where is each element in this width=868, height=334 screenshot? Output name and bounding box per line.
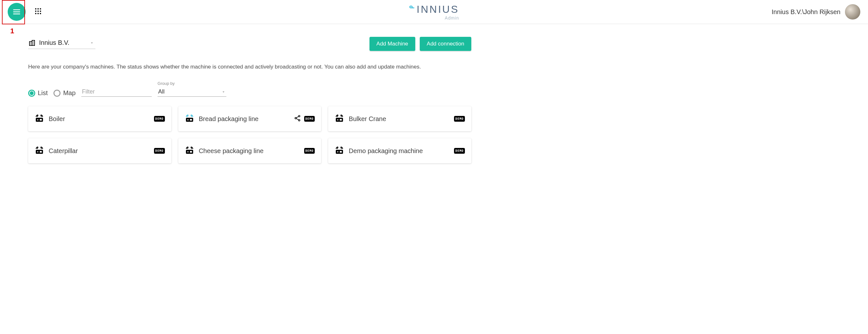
svg-point-30 — [187, 151, 189, 152]
svg-point-27 — [37, 151, 38, 152]
machine-card[interactable]: BoilerDEMO — [28, 106, 171, 131]
svg-point-13 — [37, 119, 38, 120]
apps-icon — [35, 8, 42, 15]
company-icon — [28, 39, 36, 47]
machine-title: Bread packaging line — [199, 115, 259, 123]
machine-icon — [335, 145, 344, 156]
svg-rect-34 — [340, 151, 342, 153]
brand-logo: ᓐ INNIUS Admin — [409, 3, 459, 21]
svg-rect-28 — [40, 151, 42, 153]
groupby-select[interactable]: All — [157, 87, 226, 97]
top-bar: ᓐ INNIUS Admin Innius B.V.\John Rijksen … — [0, 0, 868, 24]
svg-line-21 — [296, 117, 299, 118]
svg-point-20 — [299, 119, 300, 121]
share-icon[interactable] — [294, 115, 301, 123]
view-map-label: Map — [63, 89, 75, 97]
svg-rect-17 — [190, 119, 192, 121]
demo-badge: DEMO — [304, 116, 315, 122]
add-connection-button[interactable]: Add connection — [420, 37, 471, 51]
machine-title: Cheese packaging line — [199, 147, 264, 155]
view-map-radio[interactable]: Map — [54, 89, 75, 97]
machine-card[interactable]: Bulker CraneDEMO — [328, 106, 471, 131]
demo-badge: DEMO — [304, 148, 315, 154]
svg-rect-8 — [40, 10, 41, 12]
groupby-label: Group by — [157, 81, 226, 86]
svg-point-18 — [299, 115, 300, 117]
demo-badge: DEMO — [454, 148, 465, 154]
machine-card[interactable]: Cheese packaging lineDEMO — [178, 138, 321, 163]
groupby-value: All — [158, 88, 164, 95]
svg-rect-32 — [336, 150, 343, 154]
machine-title: Boiler — [49, 115, 65, 123]
filter-input[interactable] — [81, 87, 152, 97]
svg-rect-7 — [37, 10, 39, 12]
menu-icon — [12, 8, 21, 16]
svg-point-19 — [295, 118, 297, 119]
machine-icon — [35, 113, 44, 124]
demo-badge: DEMO — [454, 116, 465, 122]
brand-glyph-icon: ᓐ — [409, 4, 415, 15]
machine-card[interactable]: Bread packaging lineDEMO — [178, 106, 321, 131]
machine-card[interactable]: Demo packaging machineDEMO — [328, 138, 471, 163]
svg-line-22 — [296, 119, 299, 120]
demo-badge: DEMO — [154, 116, 165, 122]
svg-rect-4 — [37, 8, 39, 10]
add-machine-button[interactable]: Add Machine — [370, 37, 415, 51]
company-select[interactable]: Innius B.V. — [28, 39, 95, 49]
svg-point-33 — [337, 151, 338, 152]
machine-icon — [35, 145, 44, 156]
machine-card[interactable]: CaterpillarDEMO — [28, 138, 171, 163]
brand-subtitle: Admin — [445, 16, 459, 21]
svg-rect-31 — [190, 151, 192, 153]
demo-badge: DEMO — [154, 148, 165, 154]
user-label: Innius B.V.\John Rijksen — [772, 8, 840, 16]
view-list-radio[interactable]: List — [28, 89, 48, 97]
machine-title: Caterpillar — [49, 147, 78, 155]
company-selected-label: Innius B.V. — [39, 39, 87, 47]
chevron-down-icon — [221, 90, 226, 94]
svg-rect-12 — [36, 118, 43, 122]
svg-rect-11 — [40, 13, 41, 14]
svg-rect-23 — [336, 118, 343, 122]
svg-rect-14 — [40, 119, 42, 121]
brand-name: INNIUS — [416, 3, 459, 16]
view-list-label: List — [38, 89, 48, 97]
svg-rect-29 — [186, 150, 193, 154]
svg-rect-9 — [35, 13, 36, 14]
machine-icon — [335, 113, 344, 124]
menu-button[interactable] — [8, 3, 26, 21]
svg-rect-5 — [40, 8, 41, 10]
svg-point-24 — [337, 119, 338, 120]
machine-icon — [185, 145, 194, 156]
svg-rect-25 — [340, 119, 342, 121]
apps-button[interactable] — [35, 8, 42, 16]
svg-rect-6 — [35, 10, 36, 12]
machine-icon — [185, 113, 194, 124]
chevron-down-icon — [90, 41, 94, 45]
svg-rect-3 — [35, 8, 36, 10]
avatar[interactable] — [845, 4, 860, 20]
svg-point-16 — [187, 119, 189, 120]
machine-title: Demo packaging machine — [349, 147, 423, 155]
svg-rect-15 — [186, 118, 193, 122]
svg-rect-26 — [36, 150, 43, 154]
machine-title: Bulker Crane — [349, 115, 386, 123]
svg-rect-10 — [37, 13, 39, 14]
intro-text: Here are your company's machines. The st… — [28, 64, 471, 70]
